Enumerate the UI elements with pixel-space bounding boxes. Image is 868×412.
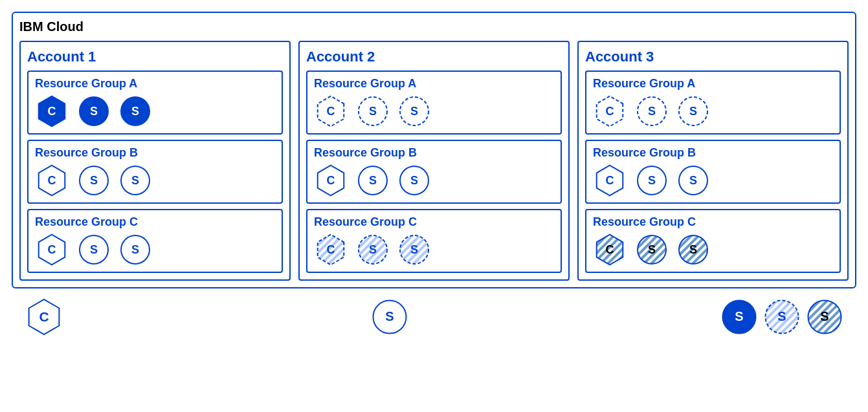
- icon-2-2-1: C: [314, 164, 348, 197]
- icon-3-3-3: S: [677, 233, 709, 266]
- legend-hex-icon: C: [25, 298, 63, 339]
- svg-text:C: C: [48, 243, 56, 256]
- icon-2-1-1: C: [314, 94, 348, 128]
- icons-row-2-1: CSS: [314, 94, 554, 128]
- ibm-cloud-container: IBM Cloud Account 1Resource Group ACSSRe…: [12, 12, 856, 288]
- resource-group-2-2: Resource Group BCSS: [306, 140, 562, 204]
- icon-1-2-3: S: [119, 164, 151, 197]
- svg-text:S: S: [689, 174, 697, 187]
- legend-style-grid-fill: S: [806, 298, 843, 338]
- legend-hex-item: C: [25, 298, 63, 339]
- resource-group-1-2: Resource Group BCSS: [27, 140, 283, 204]
- legend-circle-item: S: [371, 298, 408, 338]
- resource-group-1-3: Resource Group CCSS: [27, 209, 283, 273]
- icon-2-2-3: S: [398, 164, 430, 197]
- icon-2-1-3: S: [398, 95, 430, 127]
- svg-text:S: S: [131, 105, 139, 118]
- icons-row-2-3: CSS: [314, 233, 554, 266]
- account-title-1: Account 1: [27, 49, 283, 65]
- icons-row-3-1: CSS: [593, 94, 833, 128]
- icons-row-1-3: CSS: [35, 233, 275, 266]
- svg-text:C: C: [327, 174, 335, 187]
- svg-text:S: S: [90, 243, 98, 256]
- main-container: IBM Cloud Account 1Resource Group ACSSRe…: [0, 0, 868, 344]
- svg-text:C: C: [48, 174, 56, 187]
- icon-1-3-1: C: [35, 233, 69, 266]
- account-box-2: Account 2Resource Group ACSSResource Gro…: [298, 41, 570, 281]
- svg-text:C: C: [327, 243, 335, 256]
- icon-3-1-1: C: [593, 94, 627, 128]
- legend-area: CSSSS: [5, 298, 863, 339]
- resource-group-3-1: Resource Group ACSS: [585, 70, 841, 135]
- resource-group-2-1: Resource Group ACSS: [306, 70, 562, 135]
- icon-3-1-2: S: [636, 95, 668, 127]
- resource-group-title-2-2: Resource Group B: [314, 146, 554, 160]
- svg-text:S: S: [689, 105, 697, 118]
- account-title-3: Account 3: [585, 49, 841, 65]
- ibm-cloud-title: IBM Cloud: [19, 19, 849, 34]
- svg-text:S: S: [410, 105, 418, 118]
- resource-group-title-1-1: Resource Group A: [35, 77, 275, 91]
- svg-text:C: C: [606, 174, 614, 187]
- icon-2-2-2: S: [357, 164, 389, 197]
- account-box-3: Account 3Resource Group ACSSResource Gro…: [577, 41, 849, 281]
- icons-row-2-2: CSS: [314, 164, 554, 197]
- icon-3-2-1: C: [593, 164, 627, 197]
- svg-text:S: S: [90, 174, 98, 187]
- svg-text:S: S: [410, 243, 418, 256]
- legend-style-striped-fill: S: [763, 298, 801, 338]
- icon-3-3-1: C: [593, 233, 627, 266]
- icons-row-3-3: CSS: [593, 233, 833, 266]
- svg-text:S: S: [369, 105, 377, 118]
- icons-row-1-2: CSS: [35, 164, 275, 197]
- account-box-1: Account 1Resource Group ACSSResource Gro…: [19, 41, 291, 281]
- icon-3-2-3: S: [677, 164, 709, 197]
- resource-group-title-1-3: Resource Group C: [35, 215, 275, 229]
- svg-text:S: S: [131, 174, 139, 187]
- icon-1-1-1: C: [35, 94, 69, 128]
- svg-text:S: S: [777, 309, 786, 323]
- icon-2-1-2: S: [357, 95, 389, 127]
- resource-group-2-3: Resource Group CCSS: [306, 209, 562, 273]
- resource-group-3-3: Resource Group CCSS: [585, 209, 841, 273]
- accounts-row: Account 1Resource Group ACSSResource Gro…: [19, 41, 849, 281]
- resource-group-title-2-1: Resource Group A: [314, 77, 554, 91]
- svg-text:C: C: [327, 105, 335, 118]
- svg-text:S: S: [648, 105, 656, 118]
- resource-group-3-2: Resource Group BCSS: [585, 140, 841, 204]
- icon-3-3-2: S: [636, 233, 668, 266]
- resource-group-title-3-2: Resource Group B: [593, 146, 833, 160]
- resource-group-title-3-1: Resource Group A: [593, 77, 833, 91]
- icon-1-1-3: S: [119, 95, 151, 127]
- icon-3-1-3: S: [677, 95, 709, 127]
- svg-text:S: S: [385, 309, 394, 323]
- icons-row-3-2: CSS: [593, 164, 833, 197]
- svg-text:C: C: [606, 105, 614, 118]
- svg-text:C: C: [48, 105, 56, 118]
- svg-text:S: S: [90, 105, 98, 118]
- svg-text:S: S: [689, 243, 697, 256]
- icons-row-1-1: CSS: [35, 94, 275, 128]
- icon-1-2-1: C: [35, 164, 69, 197]
- svg-text:S: S: [410, 174, 418, 187]
- resource-group-title-2-3: Resource Group C: [314, 215, 554, 229]
- svg-text:C: C: [606, 243, 614, 256]
- svg-text:S: S: [735, 309, 743, 323]
- svg-text:S: S: [369, 174, 377, 187]
- resource-group-1-1: Resource Group ACSS: [27, 70, 283, 135]
- icon-1-3-3: S: [119, 233, 151, 266]
- icon-2-3-1: C: [314, 233, 348, 266]
- resource-group-title-3-3: Resource Group C: [593, 215, 833, 229]
- icon-1-1-2: S: [78, 95, 110, 127]
- svg-text:S: S: [648, 174, 656, 187]
- legend-circle-icon: S: [371, 298, 408, 338]
- icon-1-3-2: S: [78, 233, 110, 266]
- svg-text:S: S: [369, 243, 377, 256]
- svg-text:S: S: [131, 243, 139, 256]
- svg-text:S: S: [820, 309, 829, 323]
- icon-2-3-3: S: [398, 233, 430, 266]
- icon-1-2-2: S: [78, 164, 110, 197]
- icon-3-2-2: S: [636, 164, 668, 197]
- svg-text:S: S: [648, 243, 656, 256]
- account-title-2: Account 2: [306, 49, 562, 65]
